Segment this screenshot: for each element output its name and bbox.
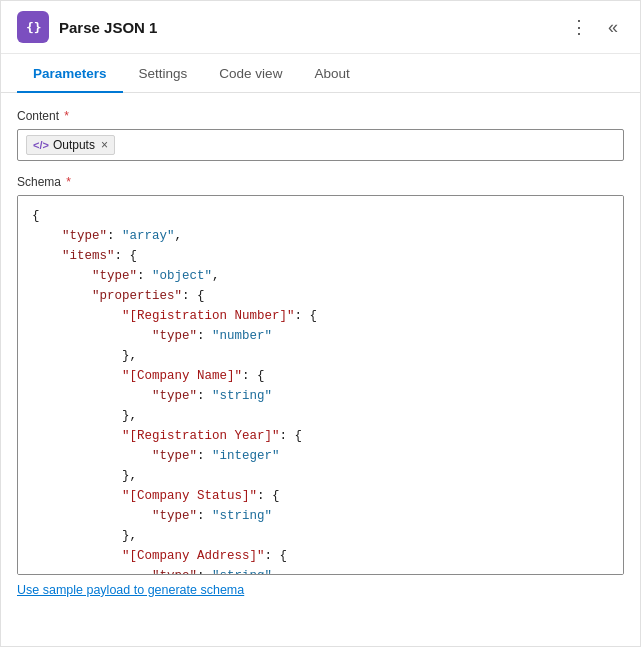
tab-settings[interactable]: Settings bbox=[123, 54, 204, 93]
sample-payload-link[interactable]: Use sample payload to generate schema bbox=[17, 583, 244, 597]
code-line: }, bbox=[32, 466, 609, 486]
tab-about[interactable]: About bbox=[298, 54, 365, 93]
tag-icon: </> bbox=[33, 139, 49, 151]
code-line: }, bbox=[32, 346, 609, 366]
code-line: "type": "string" bbox=[32, 566, 609, 575]
code-line: "[Registration Number]": { bbox=[32, 306, 609, 326]
code-line: "type": "string" bbox=[32, 386, 609, 406]
tab-bar: Parameters Settings Code view About bbox=[1, 54, 640, 93]
code-line: }, bbox=[32, 526, 609, 546]
code-line: "type": "integer" bbox=[32, 446, 609, 466]
code-line: }, bbox=[32, 406, 609, 426]
header-left: {} Parse JSON 1 bbox=[17, 11, 157, 43]
content-required: * bbox=[61, 109, 69, 123]
parameters-panel: Content * </> Outputs × Schema * { "type… bbox=[1, 93, 640, 610]
tab-parameters[interactable]: Parameters bbox=[17, 54, 123, 93]
tag-label: Outputs bbox=[53, 138, 95, 152]
schema-label: Schema * bbox=[17, 175, 624, 189]
code-line: "[Company Address]": { bbox=[32, 546, 609, 566]
double-chevron-icon: « bbox=[608, 17, 618, 38]
code-line: { bbox=[32, 206, 609, 226]
code-line: "type": "array", bbox=[32, 226, 609, 246]
header-actions: ⋮ « bbox=[564, 12, 624, 42]
code-line: "type": "object", bbox=[32, 266, 609, 286]
content-label: Content * bbox=[17, 109, 624, 123]
code-line: "[Company Status]": { bbox=[32, 486, 609, 506]
tag-close-button[interactable]: × bbox=[101, 138, 108, 152]
schema-required: * bbox=[63, 175, 71, 189]
collapse-button[interactable]: « bbox=[602, 13, 624, 42]
more-vert-icon: ⋮ bbox=[570, 16, 588, 38]
content-input[interactable]: </> Outputs × bbox=[17, 129, 624, 161]
code-line: "type": "string" bbox=[32, 506, 609, 526]
header-title: Parse JSON 1 bbox=[59, 19, 157, 36]
schema-editor[interactable]: { "type": "array", "items": { "type": "o… bbox=[17, 195, 624, 575]
svg-text:{}: {} bbox=[26, 20, 42, 35]
tab-code-view[interactable]: Code view bbox=[203, 54, 298, 93]
code-line: "type": "number" bbox=[32, 326, 609, 346]
outputs-tag[interactable]: </> Outputs × bbox=[26, 135, 115, 155]
more-options-button[interactable]: ⋮ bbox=[564, 12, 594, 42]
code-line: "[Company Name]": { bbox=[32, 366, 609, 386]
app-icon: {} bbox=[17, 11, 49, 43]
code-line: "[Registration Year]": { bbox=[32, 426, 609, 446]
header: {} Parse JSON 1 ⋮ « bbox=[1, 1, 640, 54]
code-line: "items": { bbox=[32, 246, 609, 266]
code-line: "properties": { bbox=[32, 286, 609, 306]
